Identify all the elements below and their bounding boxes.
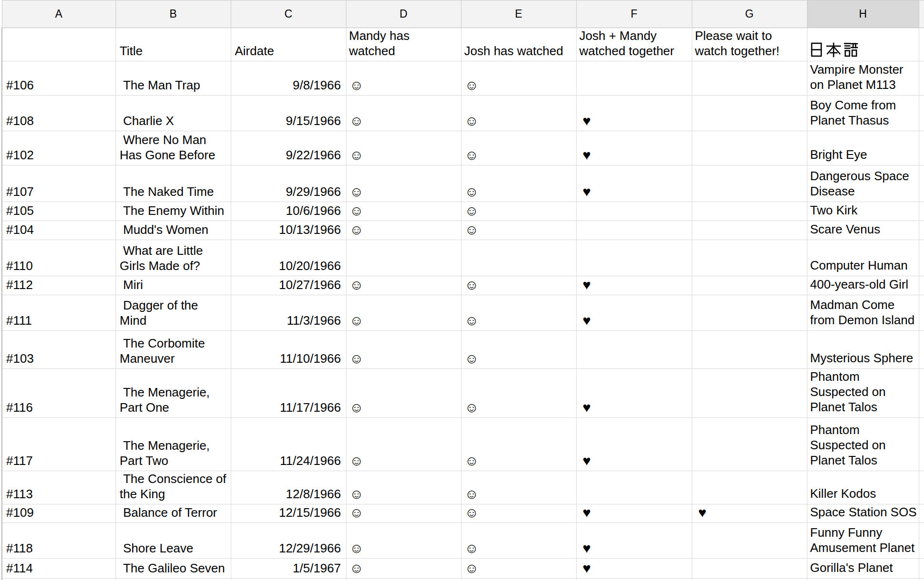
cell-mandy-watched[interactable]: ☺ xyxy=(346,331,461,369)
cell-josh-watched[interactable]: ☺ xyxy=(461,61,576,96)
cell-airdate[interactable]: 12/8/1966 xyxy=(231,471,346,504)
cell-japanese-title[interactable]: 400-years-old Girl xyxy=(807,276,919,295)
cell-mandy-watched-header[interactable]: Mandy has watched xyxy=(346,28,461,61)
cell-japanese-title[interactable]: Killer Kodos xyxy=(807,471,919,504)
cell-wait-together[interactable] xyxy=(692,559,807,579)
cell-watched-together[interactable]: ♥ xyxy=(576,418,692,471)
cell-watched-together[interactable] xyxy=(576,61,692,96)
cell-wait-together[interactable] xyxy=(692,471,807,504)
cell-title[interactable]: The Corbomite Maneuver xyxy=(116,331,231,369)
cell-wait-together[interactable] xyxy=(692,131,807,165)
cell-mandy-watched[interactable]: ☺ xyxy=(346,165,461,202)
cell-watched-together[interactable]: ♥ xyxy=(576,559,692,579)
cell-airdate[interactable]: 9/15/1966 xyxy=(231,96,346,131)
cell-episode-number[interactable]: #118 xyxy=(2,523,116,559)
cell-episode-number[interactable]: #105 xyxy=(2,202,116,221)
cell-airdate[interactable]: 11/24/1966 xyxy=(231,418,346,471)
cell-josh-watched[interactable]: ☺ xyxy=(461,221,576,240)
cell-wait-together[interactable]: ♥ xyxy=(692,504,807,523)
cell-mandy-watched[interactable] xyxy=(346,240,461,276)
cell-title[interactable]: Dagger of the Mind xyxy=(116,295,231,331)
cell-watched-together[interactable] xyxy=(576,202,692,221)
cell-i-sliver[interactable] xyxy=(919,61,924,96)
column-header-g[interactable]: G xyxy=(692,0,807,28)
cell-josh-watched[interactable]: ☺ xyxy=(461,276,576,295)
cell-partial[interactable] xyxy=(807,579,919,580)
column-header-h-selected[interactable]: H xyxy=(807,0,919,28)
cell-watched-together[interactable]: ♥ xyxy=(576,369,692,418)
cell-josh-watched[interactable]: ☺ xyxy=(461,131,576,165)
cell-watched-together[interactable] xyxy=(576,471,692,504)
cell-josh-watched[interactable]: ☺ xyxy=(461,96,576,131)
cell-i-sliver[interactable] xyxy=(919,559,924,579)
cell-partial[interactable] xyxy=(231,579,346,580)
cell-wait-together[interactable] xyxy=(692,221,807,240)
cell-japanese-title[interactable]: Computer Human xyxy=(807,240,919,276)
cell-episode-number[interactable]: #107 xyxy=(2,165,116,202)
cell-i-sliver[interactable] xyxy=(919,295,924,331)
cell-mandy-watched[interactable]: ☺ xyxy=(346,221,461,240)
cell-japanese-title[interactable]: Mysterious Sphere xyxy=(807,331,919,369)
cell-josh-watched[interactable]: ☺ xyxy=(461,523,576,559)
cell-i-sliver[interactable] xyxy=(919,221,924,240)
cell-title[interactable]: Shore Leave xyxy=(116,523,231,559)
cell-title[interactable]: The Menagerie, Part One xyxy=(116,369,231,418)
cell-wait-together[interactable] xyxy=(692,165,807,202)
cell-title[interactable]: The Man Trap xyxy=(116,61,231,96)
cell-japanese-title[interactable]: Two Kirk xyxy=(807,202,919,221)
cell-mandy-watched[interactable]: ☺ xyxy=(346,295,461,331)
column-header-f[interactable]: F xyxy=(576,0,692,28)
cell-i-sliver[interactable] xyxy=(919,418,924,471)
cell-airdate[interactable]: 12/29/1966 xyxy=(231,523,346,559)
cell-episode-number[interactable]: #109 xyxy=(2,504,116,523)
cell-partial[interactable] xyxy=(919,579,924,580)
cell-i-sliver[interactable] xyxy=(919,202,924,221)
cell-wait-together[interactable] xyxy=(692,240,807,276)
cell-japanese-title[interactable]: Space Station SOS xyxy=(807,504,919,523)
cell-i-sliver[interactable] xyxy=(919,369,924,418)
cell-mandy-watched[interactable]: ☺ xyxy=(346,559,461,579)
cell-partial[interactable] xyxy=(576,579,692,580)
cell-episode-number[interactable]: #111 xyxy=(2,295,116,331)
cell-japanese-title[interactable]: Boy Come from Planet Thasus xyxy=(807,96,919,131)
cell-partial[interactable] xyxy=(692,579,807,580)
cell-i-sliver[interactable] xyxy=(919,471,924,504)
cell-japanese-title[interactable]: Madman Come from Demon Island xyxy=(807,295,919,331)
cell-partial[interactable] xyxy=(116,579,231,580)
cell-mandy-watched[interactable]: ☺ xyxy=(346,202,461,221)
cell-partial[interactable] xyxy=(346,579,461,580)
cell-episode-number[interactable]: #108 xyxy=(2,96,116,131)
cell-airdate[interactable]: 10/13/1966 xyxy=(231,221,346,240)
cell-airdate[interactable]: 11/10/1966 xyxy=(231,331,346,369)
cell-wait-together[interactable] xyxy=(692,202,807,221)
column-header-e[interactable]: E xyxy=(461,0,576,28)
cell-watched-together-header[interactable]: Josh + Mandy watched together xyxy=(576,28,692,61)
cell-airdate[interactable]: 9/29/1966 xyxy=(231,165,346,202)
cell-wait-together[interactable] xyxy=(692,276,807,295)
column-header-d[interactable]: D xyxy=(346,0,461,28)
cell-josh-watched[interactable]: ☺ xyxy=(461,202,576,221)
cell-i-sliver[interactable] xyxy=(919,331,924,369)
cell-i-sliver[interactable] xyxy=(919,276,924,295)
cell-episode-number[interactable]: #113 xyxy=(2,471,116,504)
cell-title[interactable]: The Naked Time xyxy=(116,165,231,202)
cell-josh-watched[interactable]: ☺ xyxy=(461,331,576,369)
cell-wait-together[interactable] xyxy=(692,331,807,369)
cell-i-sliver[interactable] xyxy=(919,523,924,559)
cell-episode-number[interactable]: #110 xyxy=(2,240,116,276)
cell-i-sliver[interactable] xyxy=(919,131,924,165)
cell-airdate[interactable]: 9/22/1966 xyxy=(231,131,346,165)
cell-japanese-title[interactable]: Gorilla's Planet xyxy=(807,559,919,579)
cell-mandy-watched[interactable]: ☺ xyxy=(346,471,461,504)
cell-title[interactable]: Where No Man Has Gone Before xyxy=(116,131,231,165)
cell-a1-empty[interactable] xyxy=(2,28,116,61)
cell-i-sliver[interactable] xyxy=(919,28,924,61)
cell-josh-watched[interactable]: ☺ xyxy=(461,418,576,471)
cell-title-header[interactable]: Title xyxy=(116,28,231,61)
cell-partial[interactable] xyxy=(2,579,116,580)
cell-episode-number[interactable]: #102 xyxy=(2,131,116,165)
cell-mandy-watched[interactable]: ☺ xyxy=(346,276,461,295)
cell-airdate[interactable]: 9/8/1966 xyxy=(231,61,346,96)
cell-watched-together[interactable]: ♥ xyxy=(576,504,692,523)
cell-title[interactable]: Balance of Terror xyxy=(116,504,231,523)
